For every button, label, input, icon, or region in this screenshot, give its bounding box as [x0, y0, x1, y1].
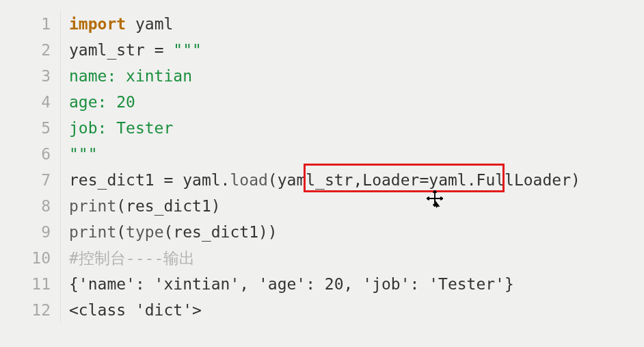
token-output: {'name': 'xintian', 'age': 20, 'job': 'T…	[69, 275, 514, 293]
gutter-rule	[60, 37, 61, 63]
gutter-rule	[60, 219, 61, 245]
token-name: yaml_str	[278, 171, 353, 189]
gutter-rule	[60, 89, 61, 115]
token-op: (	[116, 197, 126, 215]
code-content[interactable]: #控制台----输出	[69, 245, 644, 271]
line-number: 8	[16, 193, 60, 219]
line-number: 6	[16, 141, 60, 167]
line-number: 1	[16, 11, 60, 37]
line-number: 5	[16, 115, 60, 141]
gutter-rule	[60, 141, 61, 167]
token-op: =	[419, 171, 429, 189]
code-editor[interactable]: 1 import yaml 2 yaml_str = """ 3 name: x…	[0, 0, 644, 323]
token-name: yaml	[183, 171, 220, 189]
gutter-rule	[60, 63, 61, 89]
token-name: yaml	[126, 15, 173, 33]
token-op: (	[164, 223, 174, 241]
code-content[interactable]: import yaml	[69, 11, 644, 37]
gutter-rule	[60, 297, 61, 323]
token-op: ,	[353, 171, 362, 189]
gutter-rule	[60, 115, 61, 141]
token-string: """	[173, 41, 202, 59]
code-line[interactable]: 7 res_dict1 = yaml.load(yaml_str,Loader=…	[16, 167, 644, 193]
token-string: """	[69, 145, 98, 163]
token-call: print	[69, 223, 116, 241]
token-name: res_dict1	[173, 223, 258, 241]
token-op: .	[467, 171, 477, 189]
code-content[interactable]: """	[69, 141, 644, 167]
code-content[interactable]: name: xintian	[69, 63, 644, 89]
token-op: ))	[258, 223, 278, 241]
code-line[interactable]: 1 import yaml	[16, 11, 644, 37]
token-name: Loader	[362, 171, 419, 189]
code-line[interactable]: 11 {'name': 'xintian', 'age': 20, 'job':…	[16, 271, 644, 297]
code-line[interactable]: 12 <class 'dict'>	[16, 297, 644, 323]
gutter-rule	[60, 167, 61, 193]
code-line[interactable]: 2 yaml_str = """	[16, 37, 644, 63]
token-op: .	[221, 171, 230, 189]
token-output: <class 'dict'>	[69, 301, 202, 319]
token-name: res_dict1	[126, 197, 211, 215]
token-keyword: import	[69, 15, 126, 33]
token-comment: #控制台----输出	[69, 249, 195, 267]
token-op: )	[211, 197, 221, 215]
code-content[interactable]: job: Tester	[69, 115, 644, 141]
code-line[interactable]: 5 job: Tester	[16, 115, 644, 141]
token-name: yaml	[429, 171, 466, 189]
line-number: 3	[16, 63, 60, 89]
line-number: 9	[16, 219, 60, 245]
token-name: res_dict1	[69, 171, 163, 189]
code-content[interactable]: print(res_dict1)	[69, 193, 644, 219]
code-line[interactable]: 8 print(res_dict1)	[16, 193, 644, 219]
line-number: 2	[16, 37, 60, 63]
line-number: 10	[16, 245, 60, 271]
token-op: (	[116, 223, 126, 241]
token-op: =	[155, 41, 174, 59]
token-name: FullLoader	[477, 171, 571, 189]
code-line[interactable]: 9 print(type(res_dict1))	[16, 219, 644, 245]
code-content[interactable]: age: 20	[69, 89, 644, 115]
token-op: =	[163, 171, 183, 189]
code-content[interactable]: <class 'dict'>	[69, 297, 644, 323]
token-op: (	[268, 171, 278, 189]
code-content[interactable]: yaml_str = """	[69, 37, 644, 63]
gutter-rule	[60, 245, 61, 271]
code-line[interactable]: 6 """	[16, 141, 644, 167]
token-string: job: Tester	[69, 119, 173, 137]
line-number: 7	[16, 167, 60, 193]
token-string: name: xintian	[69, 67, 192, 85]
token-call: load	[230, 171, 267, 189]
line-number: 4	[16, 89, 60, 115]
token-string: age: 20	[69, 93, 135, 111]
code-line[interactable]: 3 name: xintian	[16, 63, 644, 89]
code-content[interactable]: {'name': 'xintian', 'age': 20, 'job': 'T…	[69, 271, 644, 297]
gutter-rule	[60, 193, 61, 219]
code-line[interactable]: 4 age: 20	[16, 89, 644, 115]
code-content[interactable]: res_dict1 = yaml.load(yaml_str,Loader=ya…	[69, 167, 644, 193]
code-content[interactable]: print(type(res_dict1))	[69, 219, 644, 245]
token-name: yaml_str	[69, 41, 155, 59]
gutter-rule	[60, 11, 61, 37]
gutter-rule	[60, 271, 61, 297]
token-call: print	[69, 197, 116, 215]
code-line[interactable]: 10 #控制台----输出	[16, 245, 644, 271]
token-op: )	[571, 171, 580, 189]
line-number: 12	[16, 297, 60, 323]
token-call: type	[126, 223, 163, 241]
line-number: 11	[16, 271, 60, 297]
